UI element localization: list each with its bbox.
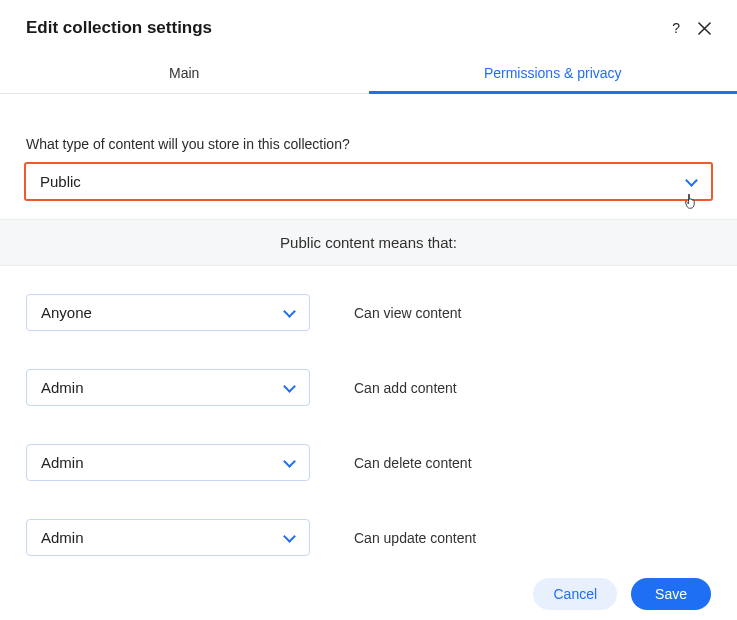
help-icon[interactable]: ?: [672, 21, 680, 35]
perm-label-delete: Can delete content: [354, 455, 472, 471]
perm-row-delete: Admin Can delete content: [26, 444, 711, 481]
perm-label-add: Can add content: [354, 380, 457, 396]
chevron-down-icon: [685, 176, 697, 188]
cursor-hand-icon: [683, 192, 699, 213]
permissions-list: Anyone Can view content Admin Can add co…: [0, 266, 737, 556]
role-select-view[interactable]: Anyone: [26, 294, 310, 331]
footer: Cancel Save: [533, 578, 711, 610]
cancel-button[interactable]: Cancel: [533, 578, 617, 610]
perm-label-update: Can update content: [354, 530, 476, 546]
chevron-down-icon: [283, 457, 295, 469]
perm-row-update: Admin Can update content: [26, 519, 711, 556]
tab-permissions[interactable]: Permissions & privacy: [369, 52, 738, 93]
role-value: Admin: [41, 379, 84, 396]
chevron-down-icon: [283, 307, 295, 319]
chevron-down-icon: [283, 532, 295, 544]
content-type-value: Public: [40, 173, 81, 190]
perm-label-view: Can view content: [354, 305, 461, 321]
close-icon[interactable]: [698, 22, 711, 35]
perm-row-add: Admin Can add content: [26, 369, 711, 406]
role-value: Anyone: [41, 304, 92, 321]
role-value: Admin: [41, 454, 84, 471]
dialog-header: Edit collection settings ?: [0, 0, 737, 44]
info-bar: Public content means that:: [0, 219, 737, 266]
content-type-prompt: What type of content will you store in t…: [0, 94, 737, 162]
chevron-down-icon: [283, 382, 295, 394]
header-icons: ?: [672, 21, 711, 35]
perm-row-view: Anyone Can view content: [26, 294, 711, 331]
role-value: Admin: [41, 529, 84, 546]
role-select-update[interactable]: Admin: [26, 519, 310, 556]
dialog-title: Edit collection settings: [26, 18, 212, 38]
tab-main[interactable]: Main: [0, 52, 369, 93]
tabs: Main Permissions & privacy: [0, 52, 737, 94]
role-select-add[interactable]: Admin: [26, 369, 310, 406]
role-select-delete[interactable]: Admin: [26, 444, 310, 481]
save-button[interactable]: Save: [631, 578, 711, 610]
content-type-select[interactable]: Public: [24, 162, 713, 201]
